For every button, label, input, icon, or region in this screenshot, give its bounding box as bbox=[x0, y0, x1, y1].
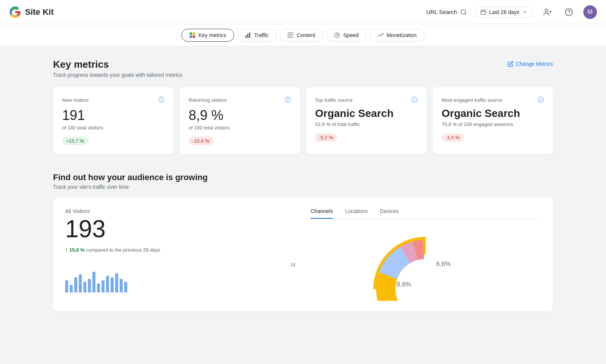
metric-card-header: Top traffic source ⓘ bbox=[315, 96, 417, 104]
bar bbox=[115, 273, 118, 292]
metric-badge: -1,4 % bbox=[442, 133, 464, 142]
svg-rect-13 bbox=[190, 36, 192, 38]
grid-icon bbox=[189, 32, 195, 38]
metric-sub: of 192 total visitors bbox=[189, 125, 291, 131]
audience-right: Channels Locations Devices bbox=[311, 208, 541, 301]
add-person-icon bbox=[544, 8, 552, 16]
metric-label: Top traffic source bbox=[315, 97, 353, 103]
url-search-button[interactable]: URL Search bbox=[426, 9, 467, 16]
tab-devices[interactable]: Devices bbox=[380, 208, 399, 219]
key-metrics-section: Key metrics Track progress towards your … bbox=[53, 59, 553, 154]
help-button[interactable] bbox=[562, 5, 576, 19]
svg-rect-15 bbox=[245, 35, 247, 38]
user-avatar[interactable]: M bbox=[583, 5, 597, 19]
donut-label-66: 6,6% bbox=[436, 260, 451, 268]
main-content: Key metrics Track progress towards your … bbox=[38, 47, 568, 324]
tab-locations[interactable]: Locations bbox=[345, 208, 368, 219]
bar bbox=[65, 280, 68, 292]
donut-segments bbox=[376, 240, 426, 301]
help-icon bbox=[565, 8, 573, 16]
visitors-change: ↑ 15,6 % compared to the previous 28 day… bbox=[65, 247, 295, 253]
metric-sub: 52,8 % of total traffic bbox=[315, 121, 417, 127]
info-icon[interactable]: ⓘ bbox=[411, 96, 417, 104]
content-icon bbox=[287, 32, 294, 38]
bar bbox=[88, 279, 91, 292]
calendar-icon bbox=[480, 9, 486, 15]
edit-icon bbox=[508, 61, 514, 67]
metric-card-returning-visitors: Returning visitors ⓘ 8,9 % of 192 total … bbox=[180, 87, 300, 154]
metric-value: Organic Search bbox=[315, 107, 417, 120]
metric-card-engaged-traffic: Most engaged traffic source ⓘ Organic Se… bbox=[433, 87, 553, 154]
audience-card: All Visitors 193 ↑ 15,6 % compared to th… bbox=[53, 198, 553, 311]
svg-rect-16 bbox=[247, 34, 248, 38]
logo-area: Site Kit bbox=[9, 6, 426, 18]
chevron-down-icon bbox=[522, 9, 528, 15]
bar bbox=[70, 285, 73, 292]
logo-text: Site Kit bbox=[25, 7, 54, 17]
bar bbox=[97, 283, 100, 292]
audience-section: Find out how your audience is growing Tr… bbox=[53, 173, 553, 311]
header-actions: URL Search Last 28 days M bbox=[426, 5, 597, 19]
metric-label: Most engaged traffic source bbox=[442, 97, 502, 103]
change-label: compared to the previous 28 days bbox=[86, 247, 160, 253]
donut-chart: 8,6% 6,6% bbox=[354, 225, 498, 301]
info-icon[interactable]: ⓘ bbox=[538, 96, 544, 104]
chart-tabs: Channels Locations Devices bbox=[311, 208, 541, 219]
add-user-button[interactable] bbox=[541, 5, 554, 19]
metric-card-header: New visitors ⓘ bbox=[62, 96, 164, 104]
tab-monetization[interactable]: Monetization bbox=[370, 29, 425, 42]
svg-point-0 bbox=[461, 9, 465, 14]
svg-rect-11 bbox=[190, 33, 192, 35]
bar bbox=[106, 276, 109, 292]
tab-content[interactable]: Content bbox=[280, 29, 323, 42]
svg-line-1 bbox=[465, 13, 466, 14]
bar bbox=[102, 280, 105, 292]
svg-rect-17 bbox=[249, 33, 250, 38]
tab-traffic[interactable]: Traffic bbox=[237, 29, 276, 42]
google-logo-icon bbox=[9, 6, 21, 18]
date-range-picker[interactable]: Last 28 days bbox=[475, 6, 533, 18]
bar bbox=[111, 277, 114, 292]
nav-bar: Key metrics Traffic Content Speed Moneti… bbox=[0, 24, 606, 47]
bar bbox=[124, 282, 127, 292]
visitors-label: All Visitors bbox=[65, 208, 295, 214]
up-arrow-icon: ↑ bbox=[65, 247, 68, 253]
bar bbox=[74, 277, 77, 292]
metric-value: Organic Search bbox=[442, 107, 544, 120]
metric-label: New visitors bbox=[62, 97, 89, 103]
svg-rect-14 bbox=[193, 36, 195, 38]
metric-badge: -10,4 % bbox=[189, 137, 213, 145]
svg-point-6 bbox=[545, 9, 548, 11]
tab-channels[interactable]: Channels bbox=[311, 208, 333, 219]
bar-chart-icon bbox=[245, 32, 251, 38]
svg-rect-12 bbox=[193, 33, 195, 35]
donut-label-86: 8,6% bbox=[397, 281, 411, 288]
bar bbox=[83, 282, 86, 292]
header: Site Kit URL Search Last 28 days bbox=[0, 0, 606, 24]
audience-title: Find out how your audience is growing bbox=[53, 173, 553, 182]
search-icon bbox=[460, 9, 467, 16]
tab-key-metrics[interactable]: Key metrics bbox=[181, 29, 234, 42]
visitors-count: 193 bbox=[65, 216, 295, 242]
change-metrics-button[interactable]: Change Metrics bbox=[508, 59, 553, 67]
info-icon[interactable]: ⓘ bbox=[158, 96, 164, 104]
section-title: Key metrics bbox=[53, 59, 183, 70]
tab-speed[interactable]: Speed bbox=[326, 29, 366, 42]
audience-subtitle: Track your site's traffic over time bbox=[53, 184, 553, 190]
metric-badge: -5,2 % bbox=[315, 133, 337, 142]
section-subtitle: Track progress towards your goals with t… bbox=[53, 72, 183, 78]
metric-value: 8,9 % bbox=[189, 107, 291, 123]
bar-chart-area: 14 bbox=[65, 262, 295, 292]
metric-value: 191 bbox=[62, 107, 164, 123]
chart-max-label: 14 bbox=[291, 262, 295, 268]
donut-chart-container: 8,6% 6,6% bbox=[311, 225, 541, 301]
metric-card-top-traffic: Top traffic source ⓘ Organic Search 52,8… bbox=[306, 87, 426, 154]
section-title-group: Key metrics Track progress towards your … bbox=[53, 59, 183, 78]
metric-label: Returning visitors bbox=[189, 97, 226, 103]
info-icon[interactable]: ⓘ bbox=[285, 96, 291, 104]
speed-icon bbox=[334, 32, 340, 38]
trend-icon bbox=[378, 32, 384, 38]
metric-sub: of 192 total visitors bbox=[62, 125, 164, 131]
svg-rect-2 bbox=[481, 10, 486, 14]
bar-chart bbox=[65, 270, 295, 292]
